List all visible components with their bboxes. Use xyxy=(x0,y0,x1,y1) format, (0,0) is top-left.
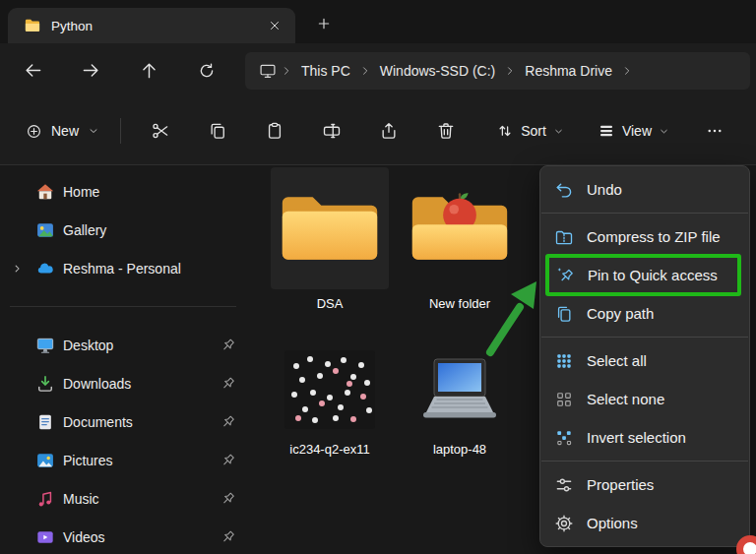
pin-quick-access-icon xyxy=(555,266,575,285)
view-button[interactable]: View xyxy=(588,113,679,149)
invert-selection-icon xyxy=(554,428,574,448)
copy-button[interactable] xyxy=(198,113,237,149)
folder-with-image-icon xyxy=(401,167,519,289)
sort-button[interactable]: Sort xyxy=(486,113,574,149)
sidebar-item-label: Gallery xyxy=(63,222,106,238)
address-bar[interactable]: This PC Windows-SSD (C:) Reshma Drive xyxy=(245,52,750,90)
this-pc-monitor-icon xyxy=(259,62,277,80)
chevron-right-icon xyxy=(281,65,292,77)
copy-path-icon xyxy=(554,304,574,324)
copy-icon xyxy=(208,121,227,141)
menu-item-label: Properties xyxy=(587,476,654,493)
context-menu: Undo Compress to ZIP file Pin to Quick a… xyxy=(539,165,750,547)
gallery-icon xyxy=(35,220,55,240)
menu-item-label: Select none xyxy=(587,391,664,407)
share-button[interactable] xyxy=(369,113,409,149)
rename-icon xyxy=(322,121,342,141)
chevron-right-icon[interactable] xyxy=(12,263,23,274)
sidebar-item-home[interactable]: Home xyxy=(0,172,246,211)
file-tile-laptop[interactable]: laptop-48 xyxy=(401,344,519,457)
view-icon xyxy=(598,122,615,140)
menu-divider xyxy=(541,461,748,462)
menu-item-invert-selection[interactable]: Invert selection xyxy=(540,418,749,457)
menu-item-options[interactable]: Options xyxy=(540,504,749,542)
pin-icon xyxy=(220,413,236,430)
file-name: ic234-q2-ex11 xyxy=(271,442,389,457)
sidebar-item-documents[interactable]: Documents xyxy=(0,402,246,441)
undo-icon xyxy=(554,180,574,200)
desktop-icon xyxy=(35,336,55,355)
menu-item-undo[interactable]: Undo xyxy=(540,170,749,209)
menu-item-label: Undo xyxy=(587,181,622,198)
paste-button[interactable] xyxy=(255,113,294,149)
tab-python[interactable]: Python xyxy=(8,8,295,43)
pin-icon xyxy=(220,528,236,545)
file-explorer-window: Python This PC xyxy=(0,0,756,554)
menu-item-select-all[interactable]: Select all xyxy=(540,341,749,380)
folder-icon xyxy=(24,17,41,34)
menu-divider xyxy=(541,213,748,214)
new-tab-button[interactable] xyxy=(307,7,341,40)
menu-item-properties[interactable]: Properties xyxy=(540,465,749,504)
view-button-label: View xyxy=(622,123,652,139)
select-none-icon xyxy=(554,390,574,409)
navigation-bar: This PC Windows-SSD (C:) Reshma Drive xyxy=(0,43,756,97)
menu-item-label: Options xyxy=(587,515,638,531)
menu-item-copy-path[interactable]: Copy path xyxy=(540,294,749,333)
sidebar-item-gallery[interactable]: Gallery xyxy=(0,211,246,249)
pictures-icon xyxy=(35,451,55,470)
file-tile-dsa[interactable]: DSA xyxy=(271,167,389,311)
chevron-right-icon xyxy=(621,65,633,77)
pin-icon xyxy=(220,452,236,468)
menu-item-select-none[interactable]: Select none xyxy=(540,380,749,418)
file-name: DSA xyxy=(271,296,389,311)
rename-button[interactable] xyxy=(312,113,351,149)
sidebar-item-pictures[interactable]: Pictures xyxy=(0,441,246,479)
new-button[interactable]: New xyxy=(16,113,109,149)
sidebar-item-videos[interactable]: Videos xyxy=(0,518,246,554)
videos-icon xyxy=(35,527,55,547)
sidebar-item-music[interactable]: Music xyxy=(0,479,246,518)
chevron-right-icon xyxy=(359,65,371,77)
command-toolbar: New Sort View xyxy=(0,97,756,165)
sidebar-item-onedrive[interactable]: Reshma - Personal xyxy=(0,249,246,287)
sidebar-item-label: Pictures xyxy=(63,453,113,468)
home-icon xyxy=(35,182,55,202)
ellipsis-icon xyxy=(706,122,724,140)
back-button[interactable] xyxy=(13,53,52,89)
tab-close-button[interactable] xyxy=(262,13,287,38)
file-tile-new-folder[interactable]: New folder xyxy=(401,167,519,311)
breadcrumb-this-pc[interactable]: This PC xyxy=(292,63,359,79)
sidebar-item-desktop[interactable]: Desktop xyxy=(0,326,246,364)
pin-icon xyxy=(220,490,236,507)
menu-item-label: Select all xyxy=(587,352,647,369)
laptop-image-thumbnail xyxy=(401,344,519,435)
arrow-right-icon xyxy=(84,65,96,76)
forward-button[interactable] xyxy=(71,53,110,89)
file-name: laptop-48 xyxy=(401,442,519,457)
more-options-button[interactable] xyxy=(695,113,734,149)
plus-circle-icon xyxy=(26,123,42,140)
sort-icon xyxy=(496,122,514,140)
sidebar-divider xyxy=(10,306,236,307)
breadcrumb-drive[interactable]: Windows-SSD (C:) xyxy=(371,63,504,79)
sidebar-item-label: Music xyxy=(63,491,99,507)
downloads-icon xyxy=(35,374,55,394)
breadcrumb-reshma-drive[interactable]: Reshma Drive xyxy=(516,63,621,79)
menu-item-label: Invert selection xyxy=(587,429,686,446)
menu-item-compress-zip[interactable]: Compress to ZIP file xyxy=(540,217,749,256)
delete-button[interactable] xyxy=(426,113,466,149)
select-all-icon xyxy=(554,351,574,371)
sidebar-item-label: Downloads xyxy=(63,376,131,392)
tab-title: Python xyxy=(51,19,252,33)
menu-item-pin-quick-access[interactable]: Pin to Quick access xyxy=(545,254,741,296)
share-icon xyxy=(379,121,399,141)
file-tile-scatter[interactable]: ic234-q2-ex11 xyxy=(271,344,389,457)
tab-bar: Python xyxy=(0,0,756,43)
chevron-down-icon xyxy=(88,125,99,137)
refresh-button[interactable] xyxy=(187,53,226,89)
sidebar-item-downloads[interactable]: Downloads xyxy=(0,364,246,402)
options-gear-icon xyxy=(554,514,574,533)
cut-button[interactable] xyxy=(141,113,180,149)
up-button[interactable] xyxy=(129,53,168,89)
